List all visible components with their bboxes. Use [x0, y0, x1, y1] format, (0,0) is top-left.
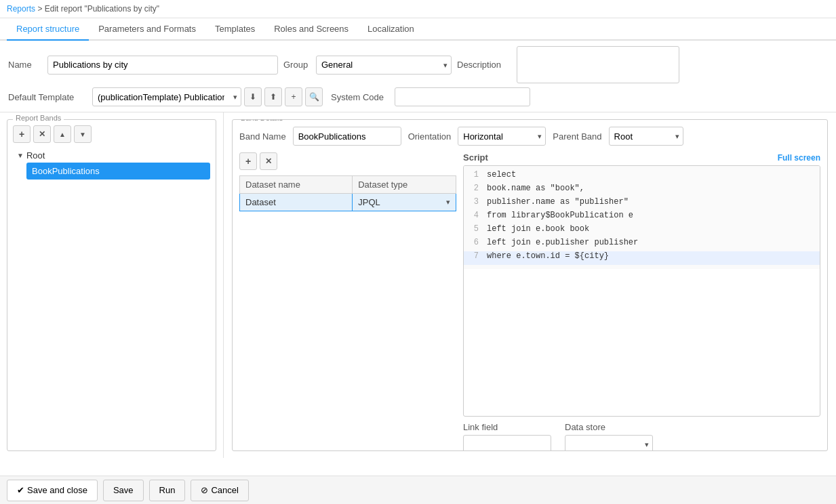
breadcrumb-current: Edit report "Publications by city" — [45, 4, 159, 14]
data-store-select[interactable] — [565, 435, 653, 451]
dataset-col1-header: Dataset name — [240, 176, 353, 194]
link-datastore-row: Link field Data store — [463, 422, 820, 451]
code-block: 1 select 2 book.name as "book", 3 publis… — [464, 166, 820, 269]
tab-localization[interactable]: Localization — [358, 18, 424, 41]
run-button[interactable]: Run — [149, 480, 186, 501]
system-code-input[interactable] — [395, 87, 530, 106]
code-line-6: 6 left join e.publisher publisher — [464, 238, 820, 251]
dataset-col2-header: Dataset type — [353, 176, 456, 194]
save-close-icon: ✔ — [17, 485, 24, 495]
name-input[interactable] — [47, 56, 278, 75]
description-textarea[interactable] — [517, 46, 679, 83]
move-down-band-btn[interactable]: ▼ — [74, 125, 92, 143]
tab-parameters-formats[interactable]: Parameters and Formats — [89, 18, 205, 41]
table-row[interactable]: Dataset JPQL ▾ — [240, 194, 456, 211]
data-store-label: Data store — [565, 422, 653, 432]
code-line-5: 5 left join e.book book — [464, 224, 820, 238]
link-field-label: Link field — [463, 422, 551, 432]
dataset-table: Dataset name Dataset type Dataset JPQL — [239, 175, 456, 211]
tree-root-item[interactable]: ▼ Root — [13, 148, 210, 163]
default-template-label: Default Template — [8, 92, 89, 102]
description-label: Description — [457, 60, 511, 70]
code-line-3: 3 publisher.name as "publisher" — [464, 197, 820, 211]
group-select[interactable]: General — [316, 56, 452, 75]
save-close-label: Save and close — [27, 485, 87, 495]
save-button[interactable]: Save — [103, 480, 144, 501]
tab-report-structure[interactable]: Report structure — [7, 18, 89, 41]
remove-band-btn[interactable]: ✕ — [33, 125, 51, 143]
default-template-select[interactable]: (publicationTemplate) Publication — [92, 87, 241, 106]
system-code-label: System Code — [331, 92, 392, 102]
code-line-2: 2 book.name as "book", — [464, 184, 820, 197]
dataset-toolbar: + ✕ — [239, 152, 456, 170]
link-field-input[interactable] — [463, 435, 551, 451]
report-bands-panel: Report Bands + ✕ ▲ ▼ ▼ Root BookPublicat… — [0, 112, 224, 458]
main-content: Report Bands + ✕ ▲ ▼ ▼ Root BookPublicat… — [0, 112, 836, 458]
dataset-type-arrow: ▾ — [446, 198, 450, 207]
band-item-bookpublications[interactable]: BookPublications — [26, 163, 210, 180]
template-add-btn[interactable]: + — [285, 87, 302, 106]
band-form-row: Band Name Orientation Horizontal Parent … — [239, 127, 820, 146]
band-name-label: Band Name — [239, 131, 286, 142]
reports-link[interactable]: Reports — [7, 4, 35, 14]
template-download-btn[interactable]: ⬇ — [244, 87, 262, 106]
root-label: Root — [26, 150, 45, 161]
save-close-button[interactable]: ✔ Save and close — [7, 480, 98, 501]
full-screen-link[interactable]: Full screen — [778, 153, 820, 163]
name-label: Name — [8, 60, 42, 70]
band-name-input[interactable] — [293, 127, 401, 146]
dataset-type-cell[interactable]: JPQL ▾ — [353, 194, 456, 211]
cancel-button[interactable]: ⊘ Cancel — [191, 480, 248, 501]
orientation-select[interactable]: Horizontal — [458, 127, 546, 146]
tree-children: BookPublications — [13, 163, 210, 180]
tab-templates[interactable]: Templates — [205, 18, 264, 41]
report-bands-title: Report Bands — [13, 114, 64, 122]
tab-bar: Report structure Parameters and Formats … — [0, 18, 836, 41]
breadcrumb-separator: > — [37, 4, 42, 14]
right-inner: + ✕ Dataset name Dataset type Data — [239, 152, 820, 451]
data-store-group: Data store — [565, 422, 653, 451]
code-line-1: 1 select — [464, 170, 820, 184]
code-line-4: 4 from library$BookPublication e — [464, 211, 820, 224]
script-col: Script Full screen 1 select 2 book.name … — [463, 152, 820, 451]
footer: ✔ Save and close Save Run ⊘ Cancel — [0, 476, 836, 504]
script-title-row: Script Full screen — [463, 152, 820, 163]
cancel-label: Cancel — [211, 485, 238, 495]
template-search-btn[interactable]: 🔍 — [305, 87, 323, 106]
script-area[interactable]: 1 select 2 book.name as "book", 3 publis… — [463, 165, 820, 417]
remove-dataset-btn[interactable]: ✕ — [260, 152, 277, 170]
parent-band-select[interactable]: Root — [609, 127, 683, 146]
link-field-group: Link field — [463, 422, 551, 451]
code-line-7: 7 where e.town.id = ${city} — [464, 251, 820, 265]
root-arrow-icon: ▼ — [17, 152, 24, 159]
band-toolbar: + ✕ ▲ ▼ — [13, 125, 210, 143]
cancel-icon: ⊘ — [201, 485, 208, 495]
script-label: Script — [463, 152, 488, 163]
move-up-band-btn[interactable]: ▲ — [54, 125, 71, 143]
band-details-title: Band Details — [238, 119, 285, 122]
add-dataset-btn[interactable]: + — [239, 152, 257, 170]
parent-band-label: Parent Band — [553, 131, 601, 142]
tab-roles-screens[interactable]: Roles and Screens — [264, 18, 358, 41]
template-upload-btn[interactable]: ⬆ — [264, 87, 282, 106]
dataset-name-cell[interactable]: Dataset — [240, 194, 353, 211]
breadcrumb: Reports > Edit report "Publications by c… — [0, 0, 836, 18]
band-details-panel: Band Details Band Name Orientation Horiz… — [224, 112, 836, 458]
add-band-btn[interactable]: + — [13, 125, 31, 143]
top-form: Name Group General Description Default T… — [0, 41, 836, 112]
orientation-label: Orientation — [408, 131, 452, 142]
dataset-col: + ✕ Dataset name Dataset type Data — [239, 152, 456, 451]
group-label: Group — [283, 60, 311, 70]
